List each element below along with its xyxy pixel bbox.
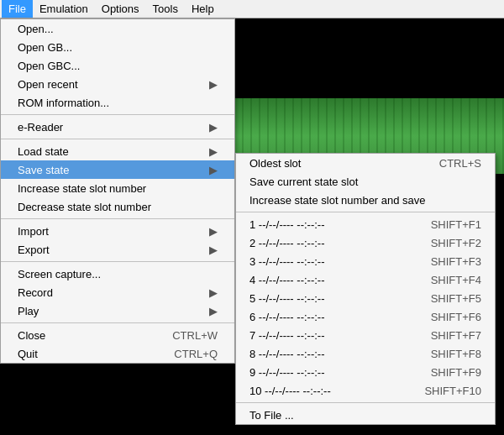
menu-item-load-state[interactable]: Load state ▶ — [1, 142, 234, 160]
submenu-slot-8[interactable]: 8 --/--/---- --:--:-- SHIFT+F8 — [236, 344, 495, 363]
submenu-slot-5[interactable]: 5 --/--/---- --:--:-- SHIFT+F5 — [236, 289, 495, 307]
menu-item-decrease-slot[interactable]: Decrease state slot number — [1, 197, 234, 216]
menu-item-open-recent[interactable]: Open recent ▶ — [1, 75, 234, 93]
game-area — [235, 18, 504, 174]
menu-item-increase-slot[interactable]: Increase state slot number — [1, 179, 234, 197]
menu-emulation[interactable]: Emulation — [33, 0, 95, 18]
arrow-icon: ▶ — [209, 225, 218, 238]
menu-item-play[interactable]: Play ▶ — [1, 301, 234, 320]
menu-item-open[interactable]: Open... — [1, 19, 234, 38]
arrow-icon: ▶ — [209, 145, 218, 158]
arrow-icon: ▶ — [209, 244, 218, 256]
submenu-increase-and-save[interactable]: Increase state slot number and save — [236, 191, 495, 209]
submenu-slot-6[interactable]: 6 --/--/---- --:--:-- SHIFT+F6 — [236, 307, 495, 326]
arrow-icon: ▶ — [209, 305, 218, 317]
separator-5 — [1, 322, 234, 323]
arrow-icon: ▶ — [209, 121, 218, 134]
submenu-to-file[interactable]: To File ... — [236, 406, 495, 424]
menu-tools[interactable]: Tools — [146, 0, 185, 18]
submenu-slot-2[interactable]: 2 --/--/---- --:--:-- SHIFT+F2 — [236, 233, 495, 252]
separator-3 — [1, 218, 234, 219]
menubar: File Emulation Options Tools Help — [0, 0, 504, 18]
menu-item-screen-capture[interactable]: Screen capture... — [1, 265, 234, 283]
menu-help[interactable]: Help — [185, 0, 221, 18]
menu-file[interactable]: File — [2, 0, 33, 18]
submenu-slot-9[interactable]: 9 --/--/---- --:--:-- SHIFT+F9 — [236, 363, 495, 381]
submenu-slot-10[interactable]: 10 --/--/---- --:--:-- SHIFT+F10 — [236, 381, 495, 400]
arrow-icon: ▶ — [209, 164, 218, 176]
menu-item-quit[interactable]: Quit CTRL+Q — [1, 344, 234, 363]
submenu-save-current[interactable]: Save current state slot — [236, 172, 495, 191]
menu-item-import[interactable]: Import ▶ — [1, 222, 234, 240]
menu-item-e-reader[interactable]: e-Reader ▶ — [1, 118, 234, 136]
menu-item-open-gb[interactable]: Open GB... — [1, 38, 234, 56]
menu-item-close[interactable]: Close CTRL+W — [1, 326, 234, 344]
submenu-slot-7[interactable]: 7 --/--/---- --:--:-- SHIFT+F7 — [236, 326, 495, 344]
menu-item-open-gbc[interactable]: Open GBC... — [1, 56, 234, 75]
separator-1 — [1, 114, 234, 115]
menu-item-rom-info[interactable]: ROM information... — [1, 93, 234, 112]
file-dropdown: Open... Open GB... Open GBC... Open rece… — [0, 18, 235, 364]
submenu-slot-3[interactable]: 3 --/--/---- --:--:-- SHIFT+F3 — [236, 252, 495, 270]
separator-4 — [1, 261, 234, 262]
menu-item-save-state[interactable]: Save state ▶ — [1, 160, 234, 179]
arrow-icon: ▶ — [209, 78, 218, 91]
separator-2 — [1, 139, 234, 139]
submenu-oldest-slot[interactable]: Oldest slot CTRL+S — [236, 154, 495, 172]
save-state-submenu: Oldest slot CTRL+S Save current state sl… — [235, 153, 496, 425]
submenu-separator-1 — [236, 212, 495, 212]
submenu-separator-2 — [236, 402, 495, 403]
arrow-icon: ▶ — [209, 286, 218, 299]
submenu-slot-4[interactable]: 4 --/--/---- --:--:-- SHIFT+F4 — [236, 270, 495, 289]
submenu-slot-1[interactable]: 1 --/--/---- --:--:-- SHIFT+F1 — [236, 215, 495, 233]
menu-options[interactable]: Options — [95, 0, 146, 18]
menu-item-export[interactable]: Export ▶ — [1, 240, 234, 259]
menu-item-record[interactable]: Record ▶ — [1, 283, 234, 301]
